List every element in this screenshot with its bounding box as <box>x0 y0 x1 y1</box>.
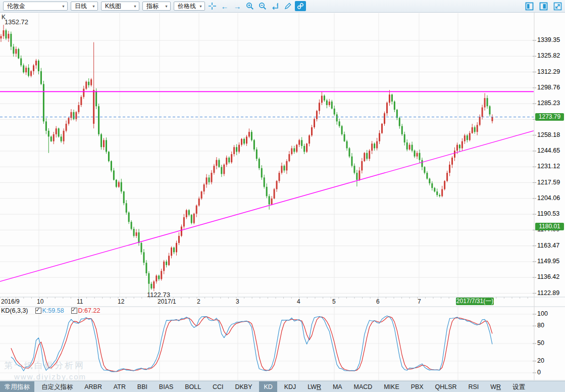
indicator-tab-设置[interactable]: 设置 <box>508 381 530 392</box>
window-controls <box>521 1 563 11</box>
price-tick-label: 1217.59 <box>537 179 560 186</box>
next-arrow-icon[interactable]: → <box>232 1 243 11</box>
zoom-in-icon[interactable] <box>244 1 255 11</box>
chevron-down-icon: ▼ <box>133 5 137 8</box>
kd-title: KD(6,3,3) <box>1 307 28 314</box>
date-tick-label: 4 <box>297 298 300 305</box>
kd-tick-label: 0 <box>537 369 541 376</box>
indicator-tab-BBI[interactable]: BBI <box>133 381 152 392</box>
price-tick-label: 1190.53 <box>537 210 559 217</box>
price-tick-label: 1149.95 <box>537 258 559 265</box>
date-tick-label: 6 <box>376 298 380 305</box>
k-line-checkbox[interactable] <box>35 308 41 314</box>
date-tick-label: 3 <box>236 298 239 305</box>
price-line-dropdown[interactable]: 价格线 ▼ <box>174 2 205 11</box>
indicator-tab-常用指标[interactable]: 常用指标 <box>0 381 34 392</box>
price-tick-label: 1325.82 <box>537 52 560 59</box>
indicator-tab-MACD[interactable]: MACD <box>349 381 377 392</box>
indicator-tab-BIAS[interactable]: BIAS <box>155 381 178 392</box>
date-tick-label: 2017/1 <box>158 298 176 305</box>
candlestick-chart-canvas[interactable] <box>0 0 565 392</box>
indicator-tab-DKBY[interactable]: DKBY <box>230 381 256 392</box>
current-price-badge: 1273.79 <box>535 113 564 121</box>
kd-tick-label: 20 <box>537 357 544 364</box>
panel-layout-left-icon[interactable] <box>524 1 535 11</box>
d-value-label: D:67.22 <box>78 307 100 314</box>
expand-icon[interactable] <box>552 1 563 11</box>
k-value-label: K:59.58 <box>42 307 64 314</box>
indicator-tab-ARBR[interactable]: ARBR <box>80 381 107 392</box>
toolbar: 伦敦金 ▼ 日线 ▼ K线图 ▼ 指标 ▼ 价格线 ▼ ← → <box>0 0 565 13</box>
indicator-tab-KD[interactable]: KD <box>259 381 277 392</box>
low-price-label: 1122.73 <box>147 291 170 299</box>
trading-app-window: 伦敦金 ▼ 日线 ▼ K线图 ▼ 指标 ▼ 价格线 ▼ ← → <box>0 0 565 392</box>
zoom-out-icon[interactable] <box>257 1 268 11</box>
indicator-tab-自定义指标[interactable]: 自定义指标 <box>37 381 78 392</box>
symbol-dropdown-label: 伦敦金 <box>7 2 25 11</box>
d-line-checkbox[interactable] <box>71 308 77 314</box>
indicator-tab-MA[interactable]: MA <box>328 381 347 392</box>
kd-tick-label: 80 <box>537 322 544 329</box>
panel-layout-right-icon[interactable] <box>538 1 549 11</box>
pencil-icon[interactable] <box>282 1 293 11</box>
price-tick-label: 1258.18 <box>537 131 560 138</box>
price-tick-label: 1339.35 <box>537 36 560 43</box>
prev-arrow-icon[interactable]: ← <box>219 1 230 11</box>
indicator-dropdown-label: 指标 <box>146 2 159 11</box>
kd-tick-label: 100 <box>537 310 548 317</box>
price-tick-label: 1122.89 <box>537 289 559 297</box>
symbol-dropdown[interactable]: 伦敦金 ▼ <box>3 2 68 11</box>
link-icon[interactable] <box>295 1 306 11</box>
price-tick-label: 1312.29 <box>537 68 560 75</box>
crosshair-icon[interactable] <box>207 1 218 11</box>
indicator-tab-CCI[interactable]: CCI <box>208 381 228 392</box>
period-dropdown-label: 日线 <box>75 2 87 11</box>
current-date-badge: 2017/7/31(一) <box>456 298 494 305</box>
price-tick-label: 1285.23 <box>537 100 560 107</box>
price-line-dropdown-label: 价格线 <box>178 2 196 11</box>
kd-tick-label: 50 <box>537 339 544 347</box>
indicator-dropdown[interactable]: 指标 ▼ <box>142 2 171 11</box>
indicator-tab-PBX[interactable]: PBX <box>406 381 428 392</box>
chart-type-dropdown-label: K线图 <box>105 2 121 11</box>
date-tick-label: 5 <box>332 298 336 305</box>
chart-type-dropdown[interactable]: K线图 ▼ <box>101 2 139 11</box>
watermark-site-name: 第一纸白银分析网 <box>4 360 85 371</box>
price-tick-label: 1231.12 <box>537 163 560 170</box>
date-tick-label: 11 <box>77 298 83 305</box>
date-tick-label: 7 <box>418 298 421 305</box>
indicator-tab-QHLSR[interactable]: QHLSR <box>431 381 461 392</box>
date-tick-label: 2 <box>197 298 200 305</box>
high-price-label: 1352.72 <box>5 18 28 26</box>
indicator-tab-MIKE[interactable]: MIKE <box>379 381 404 392</box>
price-tick-label: 1163.47 <box>537 242 559 249</box>
chevron-down-icon: ▼ <box>62 5 65 8</box>
order-price-badge: 1180.01 <box>535 223 564 230</box>
indicator-tab-BOLL[interactable]: BOLL <box>180 381 206 392</box>
period-dropdown[interactable]: 日线 ▼ <box>71 2 98 11</box>
date-tick-label: 10 <box>37 298 43 305</box>
date-tick-label: 12 <box>118 298 124 305</box>
watermark-site-url: www.diyizby.com <box>14 372 86 381</box>
date-tick-label: 2016/9 <box>1 298 20 305</box>
price-tick-label: 1204.06 <box>537 194 560 202</box>
chevron-down-icon: ▼ <box>92 5 95 8</box>
indicator-tab-WR[interactable]: WR <box>486 381 505 392</box>
indicator-tab-LWR[interactable]: LWR <box>303 381 326 392</box>
price-tick-label: 1298.76 <box>537 84 560 91</box>
indicator-tab-RSI[interactable]: RSI <box>464 381 483 392</box>
price-tick-label: 1244.65 <box>537 147 560 154</box>
indicator-tab-KDJ[interactable]: KDJ <box>280 381 301 392</box>
kd-indicator-header: KD(6,3,3) K:59.58 D:67.22 <box>1 307 100 314</box>
indicator-tab-bar: 常用指标自定义指标ARBRATRBBIBIASBOLLCCIDKBYKDKDJL… <box>0 381 565 392</box>
chevron-down-icon: ▼ <box>165 5 168 8</box>
chevron-down-icon: ▼ <box>199 5 202 8</box>
axis-scale-icon[interactable] <box>270 1 281 11</box>
price-tick-label: 1136.42 <box>537 273 559 280</box>
indicator-tab-ATR[interactable]: ATR <box>109 381 130 392</box>
